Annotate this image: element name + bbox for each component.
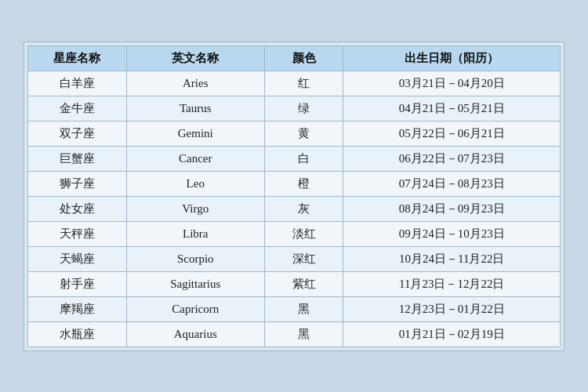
table-row: 天秤座Libra淡红09月24日－10月23日 bbox=[28, 221, 561, 246]
cell-en: Aquarius bbox=[126, 321, 264, 347]
cell-zh: 水瓶座 bbox=[28, 321, 127, 347]
table-row: 双子座Gemini黄05月22日－06月21日 bbox=[28, 121, 561, 146]
cell-en: Capricorn bbox=[126, 296, 264, 321]
table-row: 天蝎座Scorpio深红10月24日－11月22日 bbox=[28, 246, 561, 271]
zodiac-table: 星座名称 英文名称 颜色 出生日期（阳历） 白羊座Aries红03月21日－04… bbox=[27, 45, 561, 347]
table-row: 射手座Sagittarius紫红11月23日－12月22日 bbox=[28, 271, 561, 296]
cell-date: 12月23日－01月22日 bbox=[343, 296, 561, 321]
table-row: 处女座Virgo灰08月24日－09月23日 bbox=[28, 196, 561, 221]
cell-en: Leo bbox=[126, 171, 264, 196]
cell-date: 09月24日－10月23日 bbox=[343, 221, 561, 246]
cell-en: Taurus bbox=[126, 96, 264, 121]
cell-zh: 狮子座 bbox=[28, 171, 127, 196]
cell-en: Scorpio bbox=[126, 246, 264, 271]
cell-color: 橙 bbox=[264, 171, 343, 196]
cell-zh: 金牛座 bbox=[28, 96, 127, 121]
cell-en: Sagittarius bbox=[126, 271, 264, 296]
cell-color: 黑 bbox=[264, 296, 343, 321]
table-header-row: 星座名称 英文名称 颜色 出生日期（阳历） bbox=[28, 45, 561, 71]
table-row: 巨蟹座Cancer白06月22日－07月23日 bbox=[28, 146, 561, 171]
cell-zh: 射手座 bbox=[28, 271, 127, 296]
cell-zh: 处女座 bbox=[28, 196, 127, 221]
cell-color: 淡红 bbox=[264, 221, 343, 246]
cell-date: 07月24日－08月23日 bbox=[343, 171, 561, 196]
cell-color: 绿 bbox=[264, 96, 343, 121]
cell-zh: 天蝎座 bbox=[28, 246, 127, 271]
cell-zh: 双子座 bbox=[28, 121, 127, 146]
cell-color: 白 bbox=[264, 146, 343, 171]
cell-en: Virgo bbox=[126, 196, 264, 221]
table-row: 金牛座Taurus绿04月21日－05月21日 bbox=[28, 96, 561, 121]
cell-date: 08月24日－09月23日 bbox=[343, 196, 561, 221]
cell-en: Cancer bbox=[126, 146, 264, 171]
cell-date: 10月24日－11月22日 bbox=[343, 246, 561, 271]
cell-date: 04月21日－05月21日 bbox=[343, 96, 561, 121]
cell-date: 11月23日－12月22日 bbox=[343, 271, 561, 296]
cell-en: Gemini bbox=[126, 121, 264, 146]
cell-color: 黑 bbox=[264, 321, 343, 347]
cell-date: 05月22日－06月21日 bbox=[343, 121, 561, 146]
cell-color: 深红 bbox=[264, 246, 343, 271]
col-header-date: 出生日期（阳历） bbox=[343, 45, 561, 71]
cell-color: 灰 bbox=[264, 196, 343, 221]
cell-zh: 天秤座 bbox=[28, 221, 127, 246]
cell-color: 紫红 bbox=[264, 271, 343, 296]
table-row: 狮子座Leo橙07月24日－08月23日 bbox=[28, 171, 561, 196]
cell-date: 06月22日－07月23日 bbox=[343, 146, 561, 171]
cell-color: 红 bbox=[264, 71, 343, 96]
cell-date: 03月21日－04月20日 bbox=[343, 71, 561, 96]
cell-zh: 白羊座 bbox=[28, 71, 127, 96]
cell-en: Libra bbox=[126, 221, 264, 246]
table-row: 摩羯座Capricorn黑12月23日－01月22日 bbox=[28, 296, 561, 321]
table-row: 水瓶座Aquarius黑01月21日－02月19日 bbox=[28, 321, 561, 347]
cell-en: Aries bbox=[126, 71, 264, 96]
cell-zh: 摩羯座 bbox=[28, 296, 127, 321]
table-row: 白羊座Aries红03月21日－04月20日 bbox=[28, 71, 561, 96]
col-header-color: 颜色 bbox=[264, 45, 343, 71]
cell-color: 黄 bbox=[264, 121, 343, 146]
col-header-zh: 星座名称 bbox=[28, 45, 127, 71]
cell-zh: 巨蟹座 bbox=[28, 146, 127, 171]
cell-date: 01月21日－02月19日 bbox=[343, 321, 561, 347]
col-header-en: 英文名称 bbox=[126, 45, 264, 71]
zodiac-table-container: 星座名称 英文名称 颜色 出生日期（阳历） 白羊座Aries红03月21日－04… bbox=[24, 42, 564, 351]
